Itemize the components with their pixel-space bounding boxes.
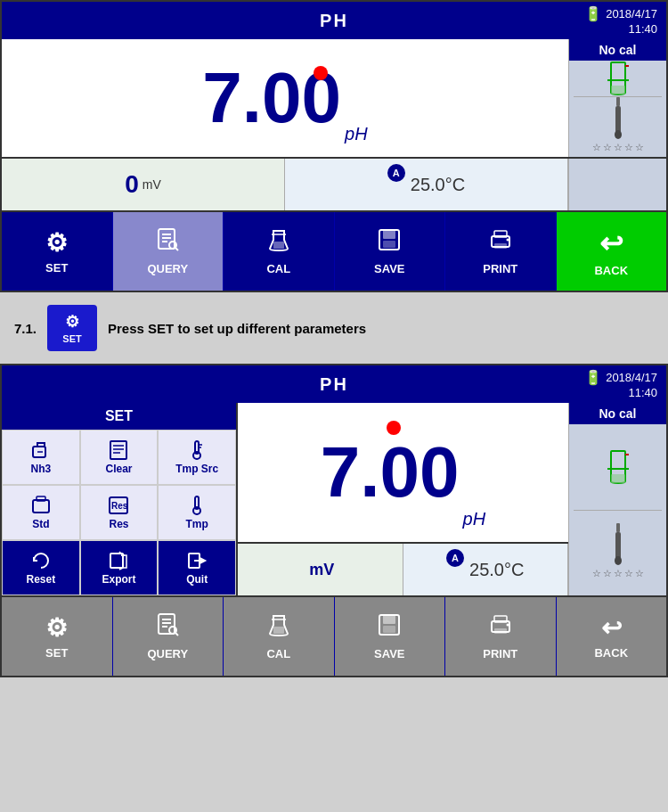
mv-sidebar-spacer — [568, 159, 666, 210]
screen2-ph-value: 7.00 — [321, 437, 460, 508]
query-icon — [155, 227, 180, 258]
print-icon — [488, 227, 513, 258]
set-panel-title: SET — [2, 403, 236, 430]
set-item-export[interactable]: Export — [80, 540, 159, 595]
screen2-probe-area: ☆ ☆ ☆ ☆ ☆ — [569, 511, 666, 596]
stars-row: ☆ ☆ ☆ ☆ ☆ — [592, 142, 644, 157]
screen2-title: PH — [320, 374, 348, 395]
s2-star2: ☆ — [603, 568, 612, 579]
sidebar2: No cal ☆ ☆ ☆ — [568, 403, 666, 595]
s2-star3: ☆ — [614, 568, 623, 579]
toolbar2: ⚙ SET QUERY — [2, 595, 666, 676]
instruction-text: Press SET to set up different parameters — [108, 321, 366, 336]
svg-point-62 — [506, 624, 509, 627]
svg-line-11 — [175, 248, 178, 250]
svg-rect-46 — [615, 532, 621, 559]
screen2-header-time: 11:40 — [628, 386, 657, 399]
screen2-query-button[interactable]: QUERY — [113, 597, 224, 676]
beaker-icon — [569, 61, 666, 96]
screen2-print-label: PRINT — [483, 647, 517, 660]
res-label: Res — [109, 518, 128, 530]
svg-rect-16 — [383, 241, 395, 248]
screen2-cal-button[interactable]: CAL — [224, 597, 335, 676]
screen2-query-label: QUERY — [147, 647, 188, 660]
std-label: Std — [32, 518, 49, 530]
mv-cell: 0 mV — [2, 159, 285, 210]
screen2-print-icon — [488, 612, 513, 644]
screen2-back-label: BACK — [594, 646, 628, 660]
toolbar1: ⚙ SET QUERY — [2, 210, 666, 291]
query-button[interactable]: QUERY — [113, 212, 224, 291]
svg-rect-15 — [383, 230, 395, 239]
screen2: PH 🔋 2018/4/17 11:40 SET Nh3 — [0, 364, 668, 677]
set-item-tmp[interactable]: Tmp — [158, 485, 236, 540]
screen2-battery-row: 🔋 2018/4/17 — [584, 369, 657, 386]
battery-icon: 🔋 — [584, 5, 602, 22]
svg-rect-58 — [383, 626, 395, 633]
screen2-body: SET Nh3 — [2, 403, 666, 595]
back-label: BACK — [594, 264, 628, 277]
print-label: PRINT — [483, 262, 517, 275]
header-time: 11:40 — [628, 22, 657, 36]
s2-star5: ☆ — [635, 568, 644, 579]
screen2-header-date: 2018/4/17 — [606, 371, 657, 384]
svg-rect-3 — [616, 97, 620, 106]
star4: ☆ — [624, 142, 633, 153]
svg-point-47 — [615, 556, 622, 565]
screen2-back-button[interactable]: ↩ BACK — [557, 597, 667, 676]
screen2-temp-value: 25.0°C — [469, 560, 524, 580]
star2: ☆ — [603, 142, 612, 153]
screen2-query-icon — [155, 612, 180, 644]
instruction-row: 7.1. ⚙ SET Press SET to set up different… — [0, 292, 668, 364]
screen2-nocal-label: No cal — [569, 403, 666, 424]
set-item-quit[interactable]: Quit — [158, 540, 236, 595]
set-grid: Nh3 Clear — [2, 430, 236, 595]
svg-rect-32 — [37, 496, 45, 501]
probe-area: ☆ ☆ ☆ ☆ ☆ — [569, 97, 666, 157]
svg-text:Res: Res — [111, 501, 128, 511]
screen2-mv-temp-row: mV A 25.0°C — [238, 542, 568, 595]
sidebar1: No cal ☆ ☆ ☆ — [568, 39, 666, 157]
set-item-reset[interactable]: Reset — [2, 540, 80, 595]
set-button[interactable]: ⚙ SET — [2, 212, 113, 291]
svg-rect-23 — [110, 441, 126, 459]
cal-button[interactable]: CAL — [224, 212, 335, 291]
screen2-save-button[interactable]: SAVE — [335, 597, 446, 676]
s2-star4: ☆ — [624, 568, 633, 579]
svg-rect-4 — [615, 106, 621, 133]
set-badge: ⚙ SET — [47, 305, 97, 351]
nocal-label: No cal — [569, 39, 666, 61]
screen2-ph-unit: pH — [463, 509, 486, 529]
reset-label: Reset — [26, 573, 55, 586]
set-item-nh3[interactable]: Nh3 — [2, 430, 80, 485]
svg-rect-61 — [494, 628, 507, 634]
screen2-cal-icon — [266, 612, 291, 644]
set-badge-icon: ⚙ — [65, 312, 79, 332]
save-label: SAVE — [374, 262, 404, 275]
screen2-stars-row: ☆ ☆ ☆ ☆ ☆ — [592, 568, 644, 583]
screen2-temp-cell: A 25.0°C — [403, 544, 569, 595]
set-item-tmpsrc[interactable]: Tmp Src — [158, 430, 236, 485]
screen1-title: PH — [320, 11, 348, 31]
svg-rect-31 — [33, 500, 49, 513]
mv-value: 0 — [125, 170, 139, 199]
screen2-red-dot — [387, 421, 401, 435]
ph-unit: pH — [345, 124, 368, 144]
print-button[interactable]: PRINT — [445, 212, 557, 291]
save-button[interactable]: SAVE — [335, 212, 446, 291]
screen1: PH 🔋 2018/4/17 11:40 7.00 pH No cal — [0, 0, 668, 292]
set-item-clear[interactable]: Clear — [80, 430, 159, 485]
set-item-res[interactable]: Res Res — [80, 485, 159, 540]
set-panel: SET Nh3 — [2, 403, 238, 595]
svg-rect-0 — [611, 62, 625, 80]
clear-label: Clear — [105, 463, 132, 475]
back-button[interactable]: ↩ BACK — [557, 212, 667, 291]
mv-temp-row: 0 mV A 25.0°C — [2, 157, 666, 210]
nh3-label: Nh3 — [30, 463, 51, 475]
temp-value: 25.0°C — [411, 175, 465, 195]
set-item-std[interactable]: Std — [2, 485, 80, 540]
save-icon — [377, 227, 402, 258]
screen2-set-button[interactable]: ⚙ SET — [2, 597, 113, 676]
screen2-print-button[interactable]: PRINT — [445, 597, 557, 676]
screen2-header: PH 🔋 2018/4/17 11:40 — [2, 365, 666, 403]
